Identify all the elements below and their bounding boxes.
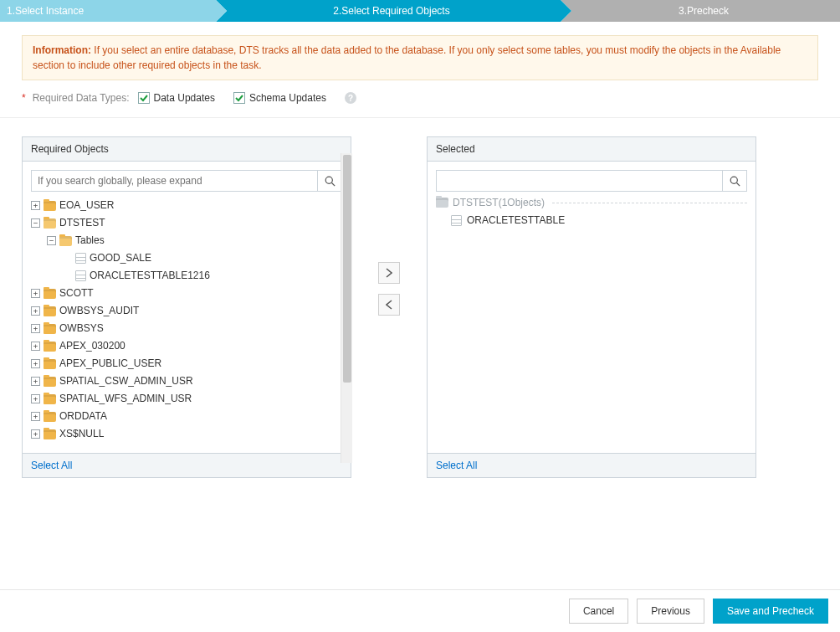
tree-label: OWBSYS_AUDIT (59, 302, 139, 320)
transfer-wrap: Required Objects +EOA_USER −DTSTEST −Tab… (0, 118, 840, 478)
selected-search-input[interactable] (436, 170, 722, 192)
chevron-right-icon (386, 268, 392, 278)
step-3-label: 3.Precheck (679, 5, 729, 17)
selected-group[interactable]: DTSTEST(1Objects) (436, 197, 747, 208)
tree-node-tables[interactable]: −Tables (47, 232, 342, 249)
table-icon (451, 215, 462, 226)
transfer-controls (351, 136, 427, 316)
table-icon (75, 253, 86, 264)
folder-icon (44, 394, 56, 404)
select-all-left[interactable]: Select All (31, 460, 72, 471)
group-dash-line (552, 203, 747, 203)
svg-rect-0 (138, 93, 149, 104)
chevron-left-icon (386, 300, 392, 310)
selected-title: Selected (428, 137, 755, 162)
folder-icon (44, 377, 56, 387)
info-section: Information: If you select an entire dat… (0, 22, 840, 118)
checkbox-data-updates[interactable]: Data Updates (138, 92, 215, 104)
object-tree: +EOA_USER −DTSTEST −Tables GOOD_SALE ORA… (31, 197, 342, 443)
save-precheck-button[interactable]: Save and Precheck (713, 599, 828, 624)
tree-node-good-sale[interactable]: GOOD_SALE (63, 249, 342, 267)
tree-label: SPATIAL_CSW_ADMIN_USR (59, 373, 193, 390)
selected-panel: Selected DTSTEST(1Objects) ORACLETESTTAB… (427, 136, 756, 478)
tree-node-owbsys[interactable]: +OWBSYS (31, 320, 342, 337)
search-input[interactable] (31, 170, 317, 192)
step-1-label: 1.Select Instance (7, 5, 84, 17)
required-data-types-row: * Required Data Types: Data Updates Sche… (22, 92, 818, 104)
folder-icon (44, 359, 56, 369)
info-text: If you select an entire database, DTS tr… (33, 44, 781, 71)
step-bar: 1.Select Instance 2.Select Required Obje… (0, 0, 840, 22)
tree-label: EOA_USER (59, 197, 114, 214)
tree-label: ORDDATA (59, 408, 107, 425)
folder-icon (44, 324, 56, 334)
folder-open-icon (44, 218, 56, 229)
search-icon (325, 176, 335, 187)
folder-icon (44, 342, 56, 352)
tree-node-apex-030200[interactable]: +APEX_030200 (31, 337, 342, 355)
tree-node-dtstest[interactable]: −DTSTEST (31, 214, 342, 232)
checkbox-data-updates-label: Data Updates (154, 92, 215, 104)
folder-icon (44, 289, 56, 299)
tree-node-eoa-user[interactable]: +EOA_USER (31, 197, 342, 214)
tree-label: APEX_030200 (59, 337, 125, 355)
checkbox-schema-updates[interactable]: Schema Updates (233, 92, 326, 104)
selected-search-button[interactable] (722, 170, 747, 192)
selected-item-label: ORACLETESTTABLE (467, 212, 565, 229)
step-3: 3.Precheck (561, 0, 840, 22)
svg-point-2 (325, 177, 332, 183)
cancel-button[interactable]: Cancel (569, 599, 628, 624)
step-2-label: 2.Select Required Objects (333, 5, 449, 17)
tree-label: Tables (75, 232, 105, 249)
tree-node-oracletesttable1216[interactable]: ORACLETESTTABLE1216 (63, 267, 342, 285)
scrollbar-thumb[interactable] (343, 155, 351, 383)
move-right-button[interactable] (378, 262, 400, 284)
tree-node-owbsys-audit[interactable]: +OWBSYS_AUDIT (31, 302, 342, 320)
table-icon (75, 270, 86, 281)
tree-node-scott[interactable]: +SCOTT (31, 285, 342, 302)
tree-node-xsnull[interactable]: +XS$NULL (31, 425, 342, 443)
tree-label: OWBSYS (59, 320, 104, 337)
folder-icon (44, 412, 56, 422)
folder-icon (44, 201, 56, 211)
selected-item[interactable]: ORACLETESTTABLE (436, 212, 747, 229)
svg-line-5 (736, 182, 740, 186)
tree-node-orddata[interactable]: +ORDDATA (31, 408, 342, 425)
tree-node-spatial-wfs[interactable]: +SPATIAL_WFS_ADMIN_USR (31, 390, 342, 408)
tree-label: ORACLETESTTABLE1216 (90, 267, 210, 285)
tree-node-apex-public-user[interactable]: +APEX_PUBLIC_USER (31, 355, 342, 373)
previous-button[interactable]: Previous (637, 599, 704, 624)
tree-scroll[interactable]: +EOA_USER −DTSTEST −Tables GOOD_SALE ORA… (31, 197, 342, 444)
tree-label: SPATIAL_WFS_ADMIN_USR (59, 390, 192, 408)
search-icon (730, 176, 740, 187)
folder-icon (44, 306, 56, 316)
tree-label: GOOD_SALE (90, 249, 151, 267)
required-objects-panel: Required Objects +EOA_USER −DTSTEST −Tab… (22, 136, 351, 478)
folder-grey-icon (436, 198, 448, 208)
folder-open-icon (59, 236, 72, 246)
step-2: 2.Select Required Objects (216, 0, 561, 22)
folder-icon (44, 429, 56, 439)
required-objects-title: Required Objects (23, 137, 351, 162)
checkbox-schema-updates-label: Schema Updates (249, 92, 326, 104)
selected-group-label: DTSTEST(1Objects) (453, 197, 545, 208)
info-banner: Information: If you select an entire dat… (22, 35, 818, 80)
svg-line-3 (331, 182, 335, 186)
search-button[interactable] (317, 170, 342, 192)
check-icon (233, 92, 245, 104)
select-all-right[interactable]: Select All (436, 460, 477, 471)
tree-label: SCOTT (59, 285, 94, 302)
tree-label: APEX_PUBLIC_USER (59, 355, 161, 373)
required-data-types-label: Required Data Types: (33, 92, 130, 104)
tree-label: XS$NULL (59, 425, 104, 443)
required-asterisk: * (22, 92, 26, 104)
scrollbar[interactable] (341, 153, 352, 463)
step-1[interactable]: 1.Select Instance (0, 0, 216, 22)
svg-point-4 (730, 177, 737, 183)
svg-rect-1 (233, 93, 244, 104)
footer-bar: Cancel Previous Save and Precheck (0, 589, 840, 632)
tree-label: DTSTEST (59, 214, 105, 232)
move-left-button[interactable] (378, 294, 400, 316)
help-icon[interactable]: ? (345, 92, 356, 104)
tree-node-spatial-csw[interactable]: +SPATIAL_CSW_ADMIN_USR (31, 373, 342, 390)
